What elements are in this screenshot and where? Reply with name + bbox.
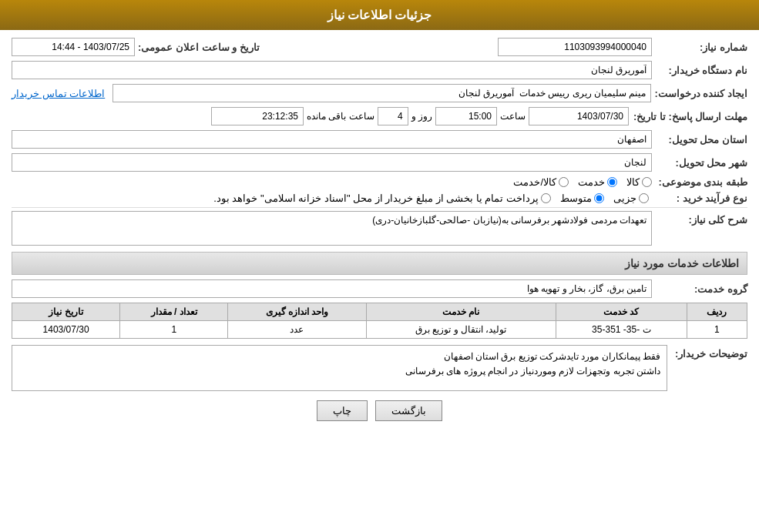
- need-number-input[interactable]: [498, 38, 652, 56]
- process-medium-item: متوسط: [560, 192, 604, 204]
- deadline-date-input[interactable]: [529, 107, 629, 125]
- need-number-label: شماره نیاز:: [655, 42, 747, 53]
- category-kala-label: کالا: [626, 176, 640, 188]
- page-wrapper: جزئیات اطلاعات نیاز شماره نیاز: تاریخ و …: [0, 0, 759, 532]
- process-label: نوع فرآیند خرید :: [655, 192, 747, 204]
- creator-link[interactable]: اطلاعات تماس خریدار: [12, 88, 105, 99]
- col-code: کد خدمت: [556, 303, 687, 321]
- category-kala-service-item: کالا/خدمت: [513, 176, 569, 188]
- cell-name: تولید، انتقال و توزیع برق: [366, 321, 556, 339]
- category-row: طبقه بندی موضوعی: کالا خدمت کالا/خدمت: [12, 176, 747, 188]
- process-medium-radio[interactable]: [594, 193, 604, 203]
- process-partial-item: جزیی: [613, 192, 649, 204]
- table-row: 1 ت -35- 351-35 تولید، انتقال و توزیع بر…: [12, 321, 747, 339]
- content-area: شماره نیاز: تاریخ و ساعت اعلان عمومی: نا…: [0, 30, 759, 435]
- col-date: تاریخ نیاز: [12, 303, 120, 321]
- process-medium-label: متوسط: [560, 192, 592, 204]
- buyer-notes-label: توضیحات خریدار:: [670, 345, 747, 360]
- cell-qty: 1: [120, 321, 228, 339]
- category-service-radio[interactable]: [607, 177, 617, 187]
- province-input[interactable]: [12, 130, 652, 149]
- col-unit: واحد اندازه گیری: [228, 303, 366, 321]
- back-button[interactable]: بازگشت: [375, 400, 442, 421]
- service-group-label: گروه خدمت:: [655, 283, 747, 295]
- deadline-time-input[interactable]: [435, 107, 497, 125]
- page-title: جزئیات اطلاعات نیاز: [327, 8, 432, 22]
- button-row: بازگشت چاپ: [12, 400, 747, 421]
- services-table: ردیف کد خدمت نام خدمت واحد اندازه گیری ت…: [12, 303, 747, 339]
- city-row: شهر محل تحویل:: [12, 153, 747, 172]
- service-group-input[interactable]: [12, 279, 652, 298]
- category-kala-service-radio[interactable]: [559, 177, 569, 187]
- process-row: نوع فرآیند خرید : جزیی متوسط پرداخت تمام…: [12, 192, 747, 204]
- province-label: استان محل تحویل:: [655, 134, 747, 146]
- deadline-time-label: ساعت: [500, 111, 526, 122]
- deadline-remain-input[interactable]: [211, 107, 304, 125]
- city-input[interactable]: [12, 153, 652, 172]
- buyer-notes-line2: داشتن تجربه وتجهزات لازم وموردنیاز در ان…: [18, 364, 660, 379]
- category-service-item: خدمت: [578, 176, 617, 188]
- cell-code: ت -35- 351-35: [556, 321, 687, 339]
- col-name: نام خدمت: [366, 303, 556, 321]
- cell-unit: عدد: [228, 321, 366, 339]
- category-label: طبقه بندی موضوعی:: [655, 176, 747, 188]
- station-label: نام دستگاه خریدار:: [655, 65, 747, 76]
- creator-label: ایجاد کننده درخواست:: [654, 88, 747, 99]
- process-full-item: پرداخت تمام یا بخشی از مبلغ خریدار از مح…: [213, 192, 551, 204]
- process-partial-radio[interactable]: [639, 193, 649, 203]
- cell-date: 1403/07/30: [12, 321, 120, 339]
- station-row: نام دستگاه خریدار:: [12, 61, 747, 79]
- buyer-notes-box: فقط پیمانکاران مورد تایدشرکت توزیع برق ا…: [12, 345, 667, 391]
- category-kala-service-label: کالا/خدمت: [513, 176, 556, 188]
- creator-row: ایجاد کننده درخواست: اطلاعات تماس خریدار: [12, 84, 747, 102]
- creator-input[interactable]: [113, 84, 651, 102]
- deadline-days-label: روز و: [411, 111, 432, 122]
- description-label: شرح کلی نیاز:: [655, 211, 747, 226]
- process-full-label: پرداخت تمام یا بخشی از مبلغ خریدار از مح…: [213, 192, 539, 204]
- process-partial-label: جزیی: [613, 192, 636, 204]
- city-label: شهر محل تحویل:: [655, 157, 747, 169]
- category-kala-item: کالا: [626, 176, 652, 188]
- station-input[interactable]: [12, 61, 652, 79]
- deadline-row: مهلت ارسال پاسخ: تا تاریخ: ساعت روز و سا…: [12, 107, 747, 125]
- category-service-label: خدمت: [578, 176, 605, 188]
- description-row: شرح کلی نیاز: تعهدات مردمی فولادشهر برفر…: [12, 211, 747, 246]
- divider-1: [12, 207, 747, 208]
- buyer-notes-line1: فقط پیمانکاران مورد تایدشرکت توزیع برق ا…: [18, 350, 660, 364]
- announce-label: تاریخ و ساعت اعلان عمومی:: [138, 42, 260, 53]
- service-group-row: گروه خدمت:: [12, 279, 747, 298]
- announce-input[interactable]: [12, 38, 135, 56]
- process-radio-group: جزیی متوسط پرداخت تمام یا بخشی از مبلغ خ…: [213, 192, 649, 204]
- deadline-remain-label: ساعت باقی مانده: [307, 111, 374, 122]
- service-info-title: اطلاعات خدمات مورد نیاز: [12, 252, 747, 275]
- process-full-radio[interactable]: [541, 193, 551, 203]
- category-kala-radio[interactable]: [642, 177, 652, 187]
- category-radio-group: کالا خدمت کالا/خدمت: [513, 176, 652, 188]
- province-row: استان محل تحویل:: [12, 130, 747, 149]
- page-header: جزئیات اطلاعات نیاز: [0, 0, 759, 30]
- buyer-notes-row: توضیحات خریدار: فقط پیمانکاران مورد تاید…: [12, 345, 747, 391]
- deadline-days-input[interactable]: [378, 107, 408, 125]
- description-textarea[interactable]: تعهدات مردمی فولادشهر برفرسانی به(نیازبا…: [12, 211, 652, 246]
- need-number-row: شماره نیاز: تاریخ و ساعت اعلان عمومی:: [12, 38, 747, 56]
- deadline-label: مهلت ارسال پاسخ: تا تاریخ:: [632, 111, 747, 122]
- print-button[interactable]: چاپ: [317, 400, 368, 421]
- col-qty: تعداد / مقدار: [120, 303, 228, 321]
- cell-row: 1: [687, 321, 747, 339]
- col-row: ردیف: [687, 303, 747, 321]
